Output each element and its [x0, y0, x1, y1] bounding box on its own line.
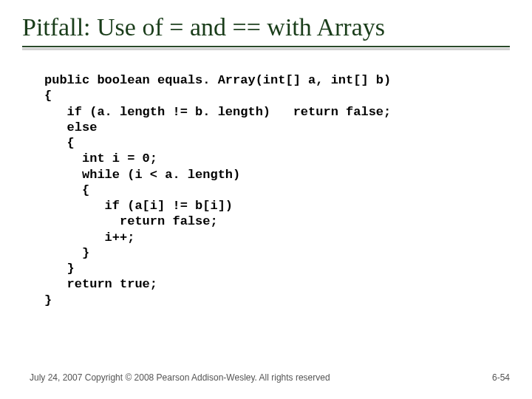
slide: Pitfall: Use of = and == with Arrays pub… — [0, 0, 532, 399]
slide-title: Pitfall: Use of = and == with Arrays — [22, 13, 510, 41]
title-rule-shadow — [22, 48, 510, 50]
title-rule — [22, 46, 510, 47]
code-block: public boolean equals. Array(int[] a, in… — [44, 72, 510, 308]
footer-left: July 24, 2007 Copyright © 2008 Pearson A… — [30, 372, 330, 383]
footer-right: 6-54 — [492, 372, 510, 383]
